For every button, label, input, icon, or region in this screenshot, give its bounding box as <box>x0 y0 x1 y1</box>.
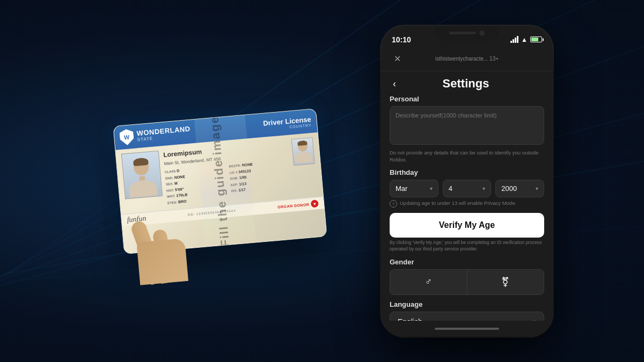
privacy-mode-note: ? Updating age to under 13 will enable P… <box>390 200 544 208</box>
battery-icon <box>530 36 542 42</box>
hand <box>129 183 202 285</box>
person-hair <box>133 157 149 166</box>
gender-label: Gender <box>390 258 544 266</box>
person-hair-sm <box>297 140 308 146</box>
gender-male-icon: ♂ <box>425 276 433 287</box>
personal-section-label: Personal <box>390 95 544 103</box>
gender-other-icon: ⚧ <box>501 276 509 288</box>
id-card-area: WONDERLAND STATE Driver License COUNTRY <box>91 53 349 310</box>
birthday-day-select[interactable]: 4 ▾ <box>443 180 492 197</box>
status-icons: ▲ <box>510 36 542 43</box>
scene: WONDERLAND STATE Driver License COUNTRY <box>0 0 644 362</box>
back-button[interactable]: ‹ <box>390 78 399 90</box>
palm <box>136 238 188 285</box>
home-indicator <box>381 321 553 337</box>
phone-app-bar: ✕ isthistwentycharacte... 13+ <box>381 49 553 71</box>
signal-bar-2 <box>513 39 514 43</box>
notch-speaker <box>449 32 476 34</box>
app-close-button[interactable]: ✕ <box>390 51 405 67</box>
personal-textarea[interactable] <box>390 106 544 145</box>
language-section: Language English ▾ <box>390 300 544 321</box>
gender-male-option[interactable]: ♂ <box>390 270 467 294</box>
gender-options: ♂ ⚧ <box>390 269 544 295</box>
privacy-note: Do not provide any details that can be u… <box>390 149 544 164</box>
personal-section: Personal Do not provide any details that… <box>390 95 544 164</box>
organ-donor-heart-icon: ♥ <box>311 200 319 208</box>
settings-content: Personal Do not provide any details that… <box>381 95 553 321</box>
card-shield-icon <box>119 128 135 145</box>
signal-bars-icon <box>510 36 518 43</box>
language-label: Language <box>390 300 544 308</box>
birthday-label: Birthday <box>390 168 544 176</box>
signal-bar-1 <box>510 41 512 43</box>
privacy-mode-text: Updating age to under 13 will enable Pri… <box>400 200 516 206</box>
wifi-icon: ▲ <box>521 36 528 43</box>
day-chevron-icon: ▾ <box>482 186 485 191</box>
organ-donor-text: ORGAN DONOR <box>277 202 310 209</box>
person-neck <box>140 175 145 180</box>
card-title-block: WONDERLAND STATE <box>136 125 191 142</box>
year-chevron-icon: ▾ <box>536 186 538 191</box>
card-type-block: Driver License COUNTRY <box>263 115 312 131</box>
verify-age-button[interactable]: Verify My Age <box>390 213 544 238</box>
phone: 10:10 ▲ ✕ isthistwentycha <box>381 26 553 337</box>
birthday-selects: Mar ▾ 4 ▾ 2000 ▾ <box>390 180 544 197</box>
settings-title: Settings <box>404 77 528 91</box>
settings-header: ‹ Settings <box>381 71 553 95</box>
app-subtitle: isthistwentycharacte... 13+ <box>435 56 499 62</box>
birthday-year-select[interactable]: 2000 ▾ <box>495 180 544 197</box>
phone-screen: ‹ Settings Personal Do not provide any d… <box>381 71 553 321</box>
person-shoulder-sm <box>295 151 313 163</box>
home-bar <box>435 328 499 330</box>
battery-fill <box>531 38 538 41</box>
card-photo-right <box>291 137 315 165</box>
birthday-month-value: Mar <box>396 184 407 193</box>
person-head <box>133 157 150 175</box>
info-circle-icon: ? <box>390 200 397 208</box>
birthday-section: Birthday Mar ▾ 4 ▾ 2000 <box>390 168 544 208</box>
hand-card-wrapper: WONDERLAND STATE Driver License COUNTRY <box>113 108 327 254</box>
status-time: 10:10 <box>392 35 411 44</box>
birthday-month-select[interactable]: Mar ▾ <box>390 180 438 197</box>
verify-section: Verify My Age By clicking 'Verify My Age… <box>390 213 544 253</box>
organ-donor: ORGAN DONOR ♥ <box>277 200 318 211</box>
gender-other-option[interactable]: ⚧ <box>467 270 544 294</box>
signal-bar-4 <box>517 36 518 43</box>
gender-section: Gender ♂ ⚧ <box>390 258 544 295</box>
signal-bar-3 <box>515 38 516 43</box>
notch-camera <box>479 31 485 36</box>
language-select[interactable]: English ▾ <box>390 312 544 321</box>
person-head-sm <box>297 140 308 151</box>
verify-note: By clicking 'Verify My Age,' you will be… <box>390 240 544 253</box>
phone-wrapper: 10:10 ▲ ✕ isthistwentycha <box>381 26 553 337</box>
birthday-year-value: 2000 <box>501 184 517 193</box>
phone-notch <box>435 26 499 41</box>
month-chevron-icon: ▾ <box>430 186 433 191</box>
birthday-day-value: 4 <box>449 184 452 193</box>
